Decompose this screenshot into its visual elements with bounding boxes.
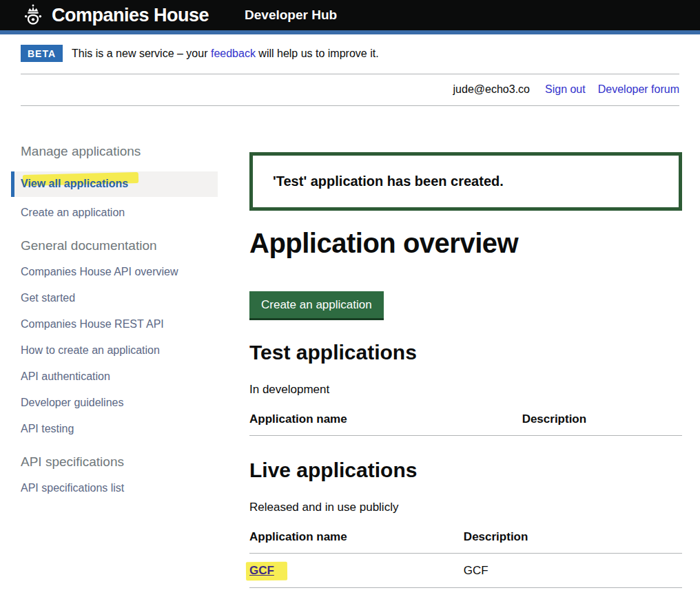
product-title: Developer Hub xyxy=(245,8,337,22)
phase-text-before: This is a new service – your xyxy=(72,48,211,59)
feedback-link[interactable]: feedback xyxy=(211,48,256,59)
phase-banner: BETA This is a new service – your feedba… xyxy=(21,34,679,74)
sidebar-item-rest-api[interactable]: Companies House REST API xyxy=(21,318,218,331)
page-title: Application overview xyxy=(249,228,682,259)
sidebar-heading-manage: Manage applications xyxy=(21,144,218,159)
sidebar-item-create-application[interactable]: Create an application xyxy=(21,207,218,219)
sidebar-section-docs: General documentation Companies House AP… xyxy=(21,238,218,435)
developer-hub-link[interactable]: Developer Hub xyxy=(245,8,337,23)
test-applications-subtitle: In development xyxy=(249,383,682,397)
test-applications-table: Application name Description xyxy=(249,412,682,436)
beta-tag: BETA xyxy=(21,45,63,62)
royal-crest-icon xyxy=(21,3,45,28)
live-applications-heading: Live applications xyxy=(249,459,682,482)
sidebar-section-specs: API specifications API specifications li… xyxy=(21,454,218,494)
create-application-button[interactable]: Create an application xyxy=(249,291,384,318)
test-applications-section: Test applications In development Applica… xyxy=(249,341,682,436)
live-applications-section: Live applications Released and in use pu… xyxy=(249,459,682,588)
companies-house-home-link[interactable]: Companies House xyxy=(21,3,209,28)
success-notification-banner: 'Test' application has been created. xyxy=(249,152,682,211)
column-header-description: Description xyxy=(464,530,682,554)
test-applications-heading: Test applications xyxy=(249,341,682,364)
account-bar: jude@echo3.co Sign out Developer forum xyxy=(21,74,679,106)
table-row: GCF GCF xyxy=(249,554,682,588)
sidebar-heading-docs: General documentation xyxy=(21,238,218,253)
phase-banner-text: This is a new service – your feedback wi… xyxy=(72,48,379,60)
sign-out-link[interactable]: Sign out xyxy=(545,83,586,96)
sidebar-heading-specs: API specifications xyxy=(21,454,218,470)
user-email: jude@echo3.co xyxy=(453,83,530,96)
phase-text-after: will help us to improve it. xyxy=(256,48,379,59)
sidebar-item-view-all-applications[interactable]: View all applications xyxy=(11,171,218,197)
sidebar-item-label: View all applications xyxy=(21,178,128,189)
main-content: 'Test' application has been created. App… xyxy=(249,144,682,588)
sidebar-section-manage: Manage applications View all application… xyxy=(21,144,218,219)
sidebar-item-api-testing[interactable]: API testing xyxy=(21,423,218,435)
column-header-description: Description xyxy=(522,412,682,436)
masthead: Companies House Developer Hub xyxy=(0,0,700,34)
column-header-application-name: Application name xyxy=(249,412,522,436)
developer-forum-link[interactable]: Developer forum xyxy=(598,83,679,96)
application-gcf-link[interactable]: GCF xyxy=(249,564,274,578)
application-name: GCF xyxy=(249,564,274,577)
live-applications-table: Application name Description GCF GCF xyxy=(249,530,682,588)
notification-text: 'Test' application has been created. xyxy=(273,174,504,189)
sidebar-item-api-overview[interactable]: Companies House API overview xyxy=(21,266,218,278)
sidebar-item-api-authentication[interactable]: API authentication xyxy=(21,370,218,383)
sidebar-nav: Manage applications View all application… xyxy=(21,144,218,588)
sidebar-item-get-started[interactable]: Get started xyxy=(21,292,218,304)
application-description: GCF xyxy=(464,554,682,588)
sidebar-item-developer-guidelines[interactable]: Developer guidelines xyxy=(21,397,218,409)
live-applications-subtitle: Released and in use publicly xyxy=(249,501,682,514)
brand-title: Companies House xyxy=(52,5,209,26)
sidebar-item-how-to-create[interactable]: How to create an application xyxy=(21,344,218,357)
column-header-application-name: Application name xyxy=(249,530,464,554)
sidebar-item-api-specifications-list[interactable]: API specifications list xyxy=(21,482,218,494)
